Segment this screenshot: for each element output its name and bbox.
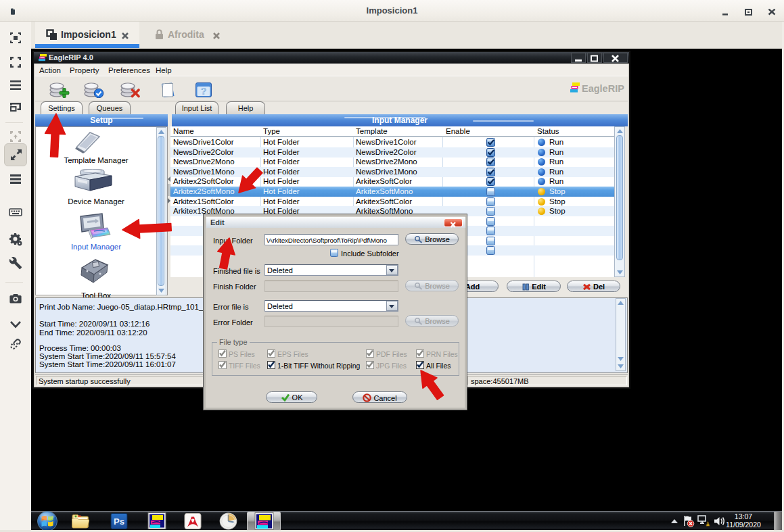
svg-text:?: ?: [200, 86, 206, 97]
svg-text:Ps: Ps: [114, 516, 124, 527]
